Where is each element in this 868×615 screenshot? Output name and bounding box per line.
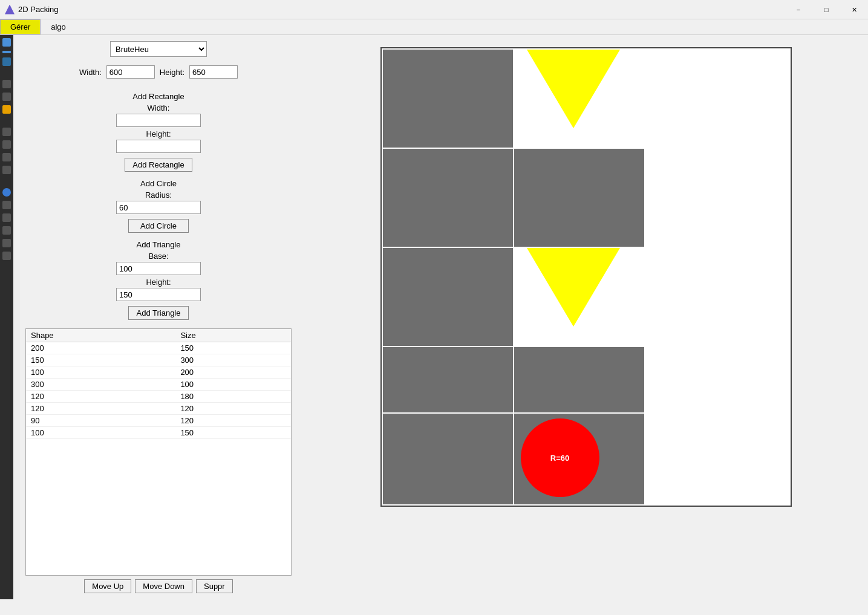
sidebar-icon-8 [2,140,11,149]
main-container: BruteHeu BruteForce Heuristic Width: Hei… [0,35,868,599]
rect-height-input[interactable] [116,140,201,153]
window-controls: − □ ✕ [785,0,868,19]
tab-gerer[interactable]: Gérer [0,19,41,34]
cell-shape: 300 [26,379,175,391]
table-row[interactable]: 90120 [26,415,291,427]
width-label: Width: [79,68,102,77]
cell-size: 150 [175,342,291,354]
height-label: Height: [160,68,184,77]
algo-row: BruteHeu BruteForce Heuristic [25,41,292,57]
move-down-button[interactable]: Move Down [135,579,192,593]
table-row[interactable]: 300100 [26,379,291,391]
table-row[interactable]: 150300 [26,354,291,366]
sidebar-icon-6 [2,105,11,114]
col-shape: Shape [26,329,175,342]
table-row[interactable]: 200150 [26,342,291,354]
titlebar: 2D Packing − □ ✕ [0,0,868,19]
table-row[interactable]: 100150 [26,427,291,439]
cell-shape: 200 [26,342,175,354]
move-up-button[interactable]: Move Up [84,579,131,593]
add-triangle-button[interactable]: Add Triangle [128,306,189,320]
sidebar-icon-9 [2,153,11,161]
canvas-rect [514,149,644,247]
add-rectangle-title: Add Rectangle [25,92,292,101]
cell-size: 120 [175,403,291,415]
sidebar-icon-5 [2,93,11,101]
canvas-triangle-1 [527,50,620,128]
controls-panel: BruteHeu BruteForce Heuristic Width: Hei… [13,35,304,599]
left-sidebar [0,35,13,599]
pack-canvas: R=60 [380,47,792,507]
canvas-rect [383,149,513,247]
app-icon [5,5,15,15]
triangle-base-label: Base: [25,252,292,261]
nav-tabs-bar: Gérer algo [0,19,868,35]
canvas-rect [383,50,513,148]
cell-size: 200 [175,366,291,379]
cell-shape: 120 [26,391,175,403]
canvas-triangle-2 [527,248,620,327]
cell-shape: 150 [26,354,175,366]
sidebar-icon-16 [2,252,11,260]
cell-size: 120 [175,415,291,427]
sidebar-icon-1 [2,38,11,47]
sidebar-icon-10 [2,166,11,174]
canvas-rect [383,347,513,412]
minimize-button[interactable]: − [785,0,812,19]
add-rectangle-button[interactable]: Add Rectangle [125,158,192,172]
cell-shape: 120 [26,403,175,415]
table-row[interactable]: 120180 [26,391,291,403]
canvas-rect [383,248,513,346]
canvas-area: R=60 [304,35,868,599]
cell-size: 150 [175,427,291,439]
sidebar-icon-4 [2,80,11,88]
cell-size: 100 [175,379,291,391]
width-input[interactable] [106,65,155,79]
sidebar-icon-3 [2,57,11,66]
add-circle-button[interactable]: Add Circle [128,219,189,233]
col-size: Size [175,329,291,342]
triangle-base-input[interactable] [116,262,201,275]
sidebar-icon-2 [2,51,11,53]
table-row[interactable]: 120120 [26,403,291,415]
maximize-button[interactable]: □ [812,0,840,19]
table-row[interactable]: 100200 [26,366,291,379]
sidebar-icon-15 [2,239,11,247]
sidebar-icon-13 [2,213,11,222]
shape-table: Shape Size 20015015030010020030010012018… [26,329,291,439]
cell-shape: 90 [26,415,175,427]
triangle-height-label: Height: [25,278,292,287]
circle-radius-input[interactable] [116,201,201,214]
canvas-rect [383,414,513,504]
height-input[interactable] [189,65,238,79]
sidebar-icon-7 [2,128,11,136]
shape-table-container: Shape Size 20015015030010020030010012018… [25,328,292,576]
cell-size: 180 [175,391,291,403]
tab-algo[interactable]: algo [41,19,76,34]
canvas-rect [514,347,644,412]
dimension-row: Width: Height: [25,65,292,79]
rect-height-label: Height: [25,129,292,138]
cell-size: 300 [175,354,291,366]
triangle-height-input[interactable] [116,288,201,301]
delete-button[interactable]: Suppr [196,579,233,593]
add-triangle-title: Add Triangle [25,240,292,249]
cell-shape: 100 [26,366,175,379]
bottom-buttons: Move Up Move Down Suppr [25,579,292,593]
app-title: 2D Packing [18,5,58,14]
algo-select[interactable]: BruteHeu BruteForce Heuristic [110,41,207,57]
close-button[interactable]: ✕ [840,0,868,19]
add-circle-title: Add Circle [25,179,292,188]
cell-shape: 100 [26,427,175,439]
circle-radius-label: Radius: [25,190,292,200]
sidebar-icon-12 [2,201,11,209]
sidebar-icon-14 [2,226,11,235]
rect-width-label: Width: [25,103,292,112]
canvas-circle: R=60 [521,418,599,497]
sidebar-icon-11 [2,188,11,197]
rect-width-input[interactable] [116,114,201,127]
